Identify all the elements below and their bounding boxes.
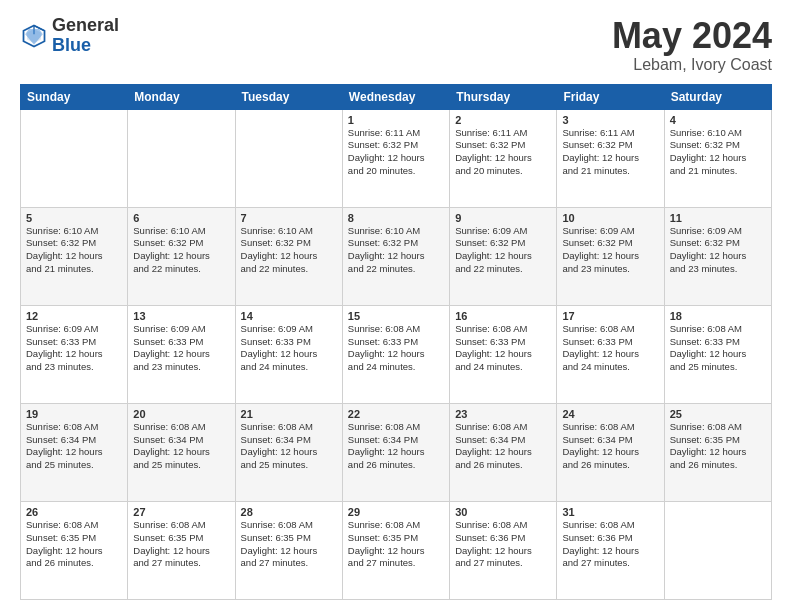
table-row: 11Sunrise: 6:09 AM Sunset: 6:32 PM Dayli… <box>664 207 771 305</box>
day-number: 26 <box>26 506 122 518</box>
day-info: Sunrise: 6:10 AM Sunset: 6:32 PM Dayligh… <box>241 225 337 276</box>
col-saturday: Saturday <box>664 84 771 109</box>
day-number: 14 <box>241 310 337 322</box>
col-monday: Monday <box>128 84 235 109</box>
table-row: 23Sunrise: 6:08 AM Sunset: 6:34 PM Dayli… <box>450 403 557 501</box>
table-row: 31Sunrise: 6:08 AM Sunset: 6:36 PM Dayli… <box>557 501 664 599</box>
table-row: 13Sunrise: 6:09 AM Sunset: 6:33 PM Dayli… <box>128 305 235 403</box>
day-number: 5 <box>26 212 122 224</box>
day-number: 12 <box>26 310 122 322</box>
table-row: 30Sunrise: 6:08 AM Sunset: 6:36 PM Dayli… <box>450 501 557 599</box>
day-number: 4 <box>670 114 766 126</box>
col-friday: Friday <box>557 84 664 109</box>
table-row: 7Sunrise: 6:10 AM Sunset: 6:32 PM Daylig… <box>235 207 342 305</box>
day-info: Sunrise: 6:10 AM Sunset: 6:32 PM Dayligh… <box>133 225 229 276</box>
table-row: 6Sunrise: 6:10 AM Sunset: 6:32 PM Daylig… <box>128 207 235 305</box>
page-header: General Blue May 2024 Lebam, Ivory Coast <box>20 16 772 74</box>
day-info: Sunrise: 6:08 AM Sunset: 6:33 PM Dayligh… <box>670 323 766 374</box>
table-row: 1Sunrise: 6:11 AM Sunset: 6:32 PM Daylig… <box>342 109 449 207</box>
calendar-table: Sunday Monday Tuesday Wednesday Thursday… <box>20 84 772 600</box>
table-row: 16Sunrise: 6:08 AM Sunset: 6:33 PM Dayli… <box>450 305 557 403</box>
location: Lebam, Ivory Coast <box>612 56 772 74</box>
day-info: Sunrise: 6:08 AM Sunset: 6:35 PM Dayligh… <box>133 519 229 570</box>
svg-marker-2 <box>25 29 43 45</box>
table-row: 19Sunrise: 6:08 AM Sunset: 6:34 PM Dayli… <box>21 403 128 501</box>
day-info: Sunrise: 6:08 AM Sunset: 6:34 PM Dayligh… <box>348 421 444 472</box>
day-number: 6 <box>133 212 229 224</box>
day-number: 31 <box>562 506 658 518</box>
day-info: Sunrise: 6:08 AM Sunset: 6:35 PM Dayligh… <box>26 519 122 570</box>
table-row: 22Sunrise: 6:08 AM Sunset: 6:34 PM Dayli… <box>342 403 449 501</box>
logo-text: General Blue <box>52 16 119 56</box>
title-block: May 2024 Lebam, Ivory Coast <box>612 16 772 74</box>
day-number: 10 <box>562 212 658 224</box>
month-title: May 2024 <box>612 16 772 56</box>
table-row <box>235 109 342 207</box>
day-info: Sunrise: 6:09 AM Sunset: 6:32 PM Dayligh… <box>455 225 551 276</box>
day-number: 3 <box>562 114 658 126</box>
day-info: Sunrise: 6:08 AM Sunset: 6:36 PM Dayligh… <box>562 519 658 570</box>
day-number: 20 <box>133 408 229 420</box>
calendar-week-row: 1Sunrise: 6:11 AM Sunset: 6:32 PM Daylig… <box>21 109 772 207</box>
day-info: Sunrise: 6:08 AM Sunset: 6:35 PM Dayligh… <box>241 519 337 570</box>
day-info: Sunrise: 6:08 AM Sunset: 6:34 PM Dayligh… <box>26 421 122 472</box>
day-info: Sunrise: 6:10 AM Sunset: 6:32 PM Dayligh… <box>670 127 766 178</box>
day-number: 13 <box>133 310 229 322</box>
day-info: Sunrise: 6:08 AM Sunset: 6:34 PM Dayligh… <box>455 421 551 472</box>
table-row: 15Sunrise: 6:08 AM Sunset: 6:33 PM Dayli… <box>342 305 449 403</box>
table-row: 2Sunrise: 6:11 AM Sunset: 6:32 PM Daylig… <box>450 109 557 207</box>
calendar-week-row: 12Sunrise: 6:09 AM Sunset: 6:33 PM Dayli… <box>21 305 772 403</box>
table-row: 26Sunrise: 6:08 AM Sunset: 6:35 PM Dayli… <box>21 501 128 599</box>
day-number: 15 <box>348 310 444 322</box>
day-number: 23 <box>455 408 551 420</box>
col-sunday: Sunday <box>21 84 128 109</box>
day-number: 17 <box>562 310 658 322</box>
day-info: Sunrise: 6:11 AM Sunset: 6:32 PM Dayligh… <box>562 127 658 178</box>
day-number: 30 <box>455 506 551 518</box>
col-thursday: Thursday <box>450 84 557 109</box>
table-row: 20Sunrise: 6:08 AM Sunset: 6:34 PM Dayli… <box>128 403 235 501</box>
day-info: Sunrise: 6:08 AM Sunset: 6:34 PM Dayligh… <box>241 421 337 472</box>
table-row: 25Sunrise: 6:08 AM Sunset: 6:35 PM Dayli… <box>664 403 771 501</box>
day-number: 22 <box>348 408 444 420</box>
day-number: 25 <box>670 408 766 420</box>
day-number: 2 <box>455 114 551 126</box>
table-row: 10Sunrise: 6:09 AM Sunset: 6:32 PM Dayli… <box>557 207 664 305</box>
day-number: 24 <box>562 408 658 420</box>
day-info: Sunrise: 6:08 AM Sunset: 6:36 PM Dayligh… <box>455 519 551 570</box>
day-info: Sunrise: 6:08 AM Sunset: 6:34 PM Dayligh… <box>562 421 658 472</box>
table-row: 9Sunrise: 6:09 AM Sunset: 6:32 PM Daylig… <box>450 207 557 305</box>
calendar-week-row: 19Sunrise: 6:08 AM Sunset: 6:34 PM Dayli… <box>21 403 772 501</box>
table-row: 18Sunrise: 6:08 AM Sunset: 6:33 PM Dayli… <box>664 305 771 403</box>
day-info: Sunrise: 6:09 AM Sunset: 6:33 PM Dayligh… <box>26 323 122 374</box>
table-row: 24Sunrise: 6:08 AM Sunset: 6:34 PM Dayli… <box>557 403 664 501</box>
table-row: 12Sunrise: 6:09 AM Sunset: 6:33 PM Dayli… <box>21 305 128 403</box>
day-info: Sunrise: 6:09 AM Sunset: 6:33 PM Dayligh… <box>241 323 337 374</box>
table-row: 29Sunrise: 6:08 AM Sunset: 6:35 PM Dayli… <box>342 501 449 599</box>
day-number: 9 <box>455 212 551 224</box>
day-info: Sunrise: 6:08 AM Sunset: 6:33 PM Dayligh… <box>348 323 444 374</box>
col-wednesday: Wednesday <box>342 84 449 109</box>
day-number: 8 <box>348 212 444 224</box>
table-row: 5Sunrise: 6:10 AM Sunset: 6:32 PM Daylig… <box>21 207 128 305</box>
logo-icon <box>20 22 48 50</box>
day-number: 1 <box>348 114 444 126</box>
day-number: 21 <box>241 408 337 420</box>
day-info: Sunrise: 6:09 AM Sunset: 6:33 PM Dayligh… <box>133 323 229 374</box>
day-info: Sunrise: 6:09 AM Sunset: 6:32 PM Dayligh… <box>562 225 658 276</box>
day-number: 11 <box>670 212 766 224</box>
day-info: Sunrise: 6:11 AM Sunset: 6:32 PM Dayligh… <box>348 127 444 178</box>
col-tuesday: Tuesday <box>235 84 342 109</box>
day-number: 29 <box>348 506 444 518</box>
day-number: 16 <box>455 310 551 322</box>
table-row: 21Sunrise: 6:08 AM Sunset: 6:34 PM Dayli… <box>235 403 342 501</box>
day-info: Sunrise: 6:08 AM Sunset: 6:35 PM Dayligh… <box>348 519 444 570</box>
day-info: Sunrise: 6:10 AM Sunset: 6:32 PM Dayligh… <box>348 225 444 276</box>
calendar-week-row: 26Sunrise: 6:08 AM Sunset: 6:35 PM Dayli… <box>21 501 772 599</box>
day-info: Sunrise: 6:10 AM Sunset: 6:32 PM Dayligh… <box>26 225 122 276</box>
calendar-week-row: 5Sunrise: 6:10 AM Sunset: 6:32 PM Daylig… <box>21 207 772 305</box>
logo: General Blue <box>20 16 119 56</box>
day-number: 18 <box>670 310 766 322</box>
table-row <box>664 501 771 599</box>
table-row: 17Sunrise: 6:08 AM Sunset: 6:33 PM Dayli… <box>557 305 664 403</box>
